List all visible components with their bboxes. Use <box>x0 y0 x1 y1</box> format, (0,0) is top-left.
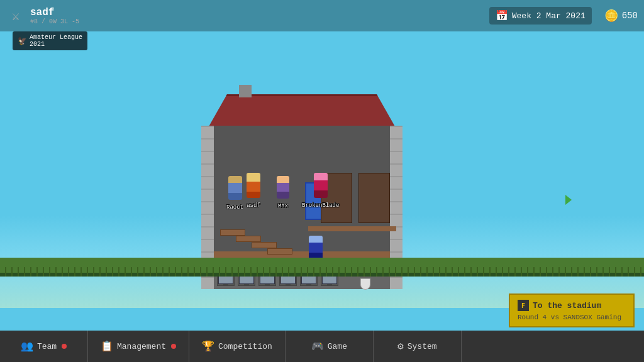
league-name: Amateur League <box>30 34 82 41</box>
nav-game[interactable]: 🎮 Game <box>286 331 374 362</box>
currency-amount: 650 <box>622 11 638 21</box>
nav-management-label: Management <box>117 342 166 351</box>
player-name-block: sadf #8 / 0W 3L -5 <box>30 7 79 25</box>
notification-popup[interactable]: F To the stadium Round 4 vs SANDSOX Gami… <box>509 293 635 327</box>
team-icon: 👥 <box>21 340 33 353</box>
player-subtitle: #8 / 0W 3L -5 <box>30 18 79 25</box>
shelf <box>308 226 396 231</box>
staircase <box>220 223 296 255</box>
notification-key-icon: F <box>518 300 529 311</box>
player-icon: ⚔ <box>6 4 25 27</box>
header-right: 📅 Week 2 Mar 2021 🪙 650 <box>489 7 638 25</box>
management-icon: 📋 <box>101 340 113 353</box>
nav-management[interactable]: 📋 Management <box>88 331 189 362</box>
toilet-bowl <box>360 278 370 290</box>
character-brokenblade: BrokenBlade <box>302 173 339 209</box>
calendar-icon: 📅 <box>496 9 508 22</box>
currency-block: 🪙 650 <box>604 9 638 23</box>
system-icon: ⚙ <box>397 340 404 353</box>
character-asdf: asdf <box>247 173 260 209</box>
league-icon: 🦅 <box>18 36 27 46</box>
date-block: 📅 Week 2 Mar 2021 <box>489 7 592 25</box>
header-bar: ⚔ sadf #8 / 0W 3L -5 📅 Week 2 Mar 2021 🪙… <box>0 0 644 31</box>
notification-subtitle: Round 4 vs SANDSOX Gaming <box>518 314 626 321</box>
nav-competition[interactable]: 🏆 Competition <box>189 331 286 362</box>
nav-team[interactable]: 👥 Team <box>0 331 88 362</box>
chimney <box>239 85 252 97</box>
nav-game-label: Game <box>328 342 347 351</box>
character-raoct: Raoct <box>226 176 243 211</box>
competition-icon: 🏆 <box>202 340 214 353</box>
navbar: 👥 Team 📋 Management 🏆 Competition 🎮 Game… <box>0 331 644 362</box>
ground-pattern <box>0 267 644 277</box>
nav-system-label: System <box>408 342 437 351</box>
notification-header: F To the stadium <box>518 300 626 311</box>
team-notification-dot <box>62 344 67 349</box>
game-icon: 🎮 <box>311 340 324 353</box>
character-label-max: Max <box>277 203 289 209</box>
league-badge: 🦅 Amateur League 2021 <box>13 31 87 50</box>
bunk-bed-2 <box>358 173 390 223</box>
league-year: 2021 <box>30 41 82 48</box>
nav-system[interactable]: ⚙ System <box>374 331 462 362</box>
notification-title: To the stadium <box>533 301 601 310</box>
game-cursor <box>565 195 572 205</box>
date-text: Week 2 Mar 2021 <box>512 11 586 21</box>
nav-competition-label: Competition <box>218 342 272 351</box>
character-label-asdf: asdf <box>247 202 260 209</box>
management-notification-dot <box>171 344 176 349</box>
character-label-brokenblade: BrokenBlade <box>302 202 339 209</box>
coin-icon: 🪙 <box>604 9 618 23</box>
player-info: ⚔ sadf #8 / 0W 3L -5 <box>6 4 79 27</box>
game-world: Raoct asdf Max BrokenBlade <box>0 0 644 308</box>
player-name: sadf <box>30 7 79 18</box>
nav-team-label: Team <box>37 342 57 351</box>
character-max: Max <box>277 176 289 209</box>
character-label-raoct: Raoct <box>226 204 243 211</box>
